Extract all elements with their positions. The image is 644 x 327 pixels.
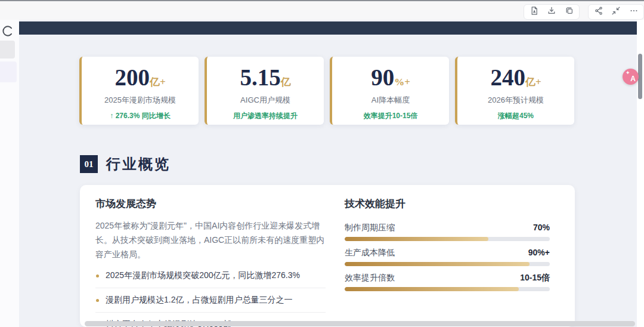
copy-button[interactable] [562, 5, 577, 19]
section-header: 01 行业概览 [80, 155, 171, 174]
stat-value: 90%+ [332, 66, 449, 89]
overview-panel: 市场发展态势 2025年被称为"漫剧元年"，中国AI内容创作行业迎来爆发式增长。… [80, 185, 575, 327]
share-button[interactable] [591, 5, 606, 19]
stat-label: 2026年预计规模 [457, 95, 574, 106]
horizontal-scrollbar-thumb[interactable] [85, 321, 635, 326]
progress-track [345, 287, 550, 291]
list-item: 2025年漫剧市场规模突破200亿元，同比激增276.3% [95, 264, 326, 288]
bullet-dot-icon [96, 274, 99, 277]
download-icon [547, 6, 556, 18]
progress-value: 70% [533, 223, 550, 232]
more-icon [629, 6, 639, 18]
progress-row: 制作周期压缩70% [345, 223, 550, 241]
pdf-export-button[interactable] [527, 5, 542, 19]
download-button[interactable] [544, 5, 559, 19]
top-toolbar [0, 0, 644, 20]
stat-card-users: 5.15亿 AIGC用户规模 用户渗透率持续提升 [205, 57, 324, 125]
progress-row: 生产成本降低90%+ [345, 248, 550, 266]
app-window: 200亿+ 2025年漫剧市场规模 ↑ 276.3% 同比增长 5.15亿 AI… [0, 0, 644, 327]
progress-track [345, 237, 550, 241]
bullet-dot-icon [96, 299, 99, 302]
refresh-icon [1, 29, 14, 39]
stat-value: 200亿+ [82, 66, 199, 89]
stat-card-forecast: 240亿+ 2026年预计规模 涨幅超45% [455, 57, 574, 125]
stat-note: ↑ 276.3% 同比增长 [82, 111, 199, 121]
page-header-band [19, 21, 637, 35]
vertical-scrollbar-track[interactable] [637, 20, 644, 327]
fullscreen-exit-icon [611, 6, 621, 18]
stat-suffix: 亿+ [525, 76, 541, 88]
stat-note: 用户渗透率持续提升 [207, 111, 324, 121]
stat-value: 240亿+ [457, 66, 574, 89]
stat-value: 5.15亿 [207, 66, 324, 89]
section-title: 行业概览 [106, 155, 171, 174]
tech-efficiency-column: 技术效能提升 制作周期压缩70% 生产成本降低90%+ 效率提升倍数10-15倍 [345, 197, 550, 291]
progress-track [345, 262, 550, 266]
market-trend-paragraph: 2025年被称为"漫剧元年"，中国AI内容创作行业迎来爆发式增长。从技术突破到商… [95, 218, 326, 261]
progress-value: 90%+ [528, 248, 550, 257]
progress-bar-group: 制作周期压缩70% 生产成本降低90%+ 效率提升倍数10-15倍 [345, 223, 550, 291]
progress-row: 效率提升倍数10-15倍 [345, 273, 550, 291]
progress-fill [345, 287, 519, 291]
translate-button[interactable]: ✦ A [623, 69, 639, 85]
page-thumbnail[interactable] [0, 41, 15, 58]
progress-label: 生产成本降低 [345, 248, 395, 257]
fullscreen-exit-button[interactable] [608, 5, 624, 19]
stat-label: AI降本幅度 [332, 95, 449, 106]
tech-efficiency-title: 技术效能提升 [345, 197, 550, 211]
refresh-button[interactable] [1, 24, 14, 38]
stat-suffix: 亿 [281, 76, 291, 88]
stat-label: AIGC用户规模 [207, 95, 324, 106]
progress-label: 效率提升倍数 [345, 273, 395, 282]
stat-note: 涨幅超45% [457, 111, 574, 121]
section-number-badge: 01 [80, 155, 98, 173]
vertical-scrollbar-thumb[interactable] [638, 54, 642, 99]
progress-fill [345, 262, 530, 266]
copy-icon [565, 6, 574, 18]
export-tool-group [524, 4, 580, 20]
page-thumbnail[interactable] [0, 61, 17, 82]
stat-label: 2025年漫剧市场规模 [82, 95, 199, 106]
market-bullet-list: 2025年漫剧市场规模突破200亿元，同比激增276.3% 漫剧用户规模达1.2… [95, 264, 326, 327]
list-item: 漫剧用户规模达1.2亿，占微短剧用户总量三分之一 [95, 288, 326, 313]
stat-suffix: %+ [394, 76, 410, 88]
stat-note: 效率提升10-15倍 [332, 111, 449, 121]
pdf-export-icon [530, 6, 539, 18]
market-trend-column: 市场发展态势 2025年被称为"漫剧元年"，中国AI内容创作行业迎来爆发式增长。… [95, 197, 326, 327]
document-canvas: 200亿+ 2025年漫剧市场规模 ↑ 276.3% 同比增长 5.15亿 AI… [19, 20, 644, 327]
market-trend-title: 市场发展态势 [95, 197, 326, 211]
progress-fill [345, 237, 488, 241]
share-icon [594, 6, 603, 18]
stat-card-cost-reduction: 90%+ AI降本幅度 效率提升10-15倍 [330, 57, 449, 125]
progress-value: 10-15倍 [520, 273, 550, 282]
stat-suffix: 亿+ [150, 76, 166, 88]
stat-card-market-size: 200亿+ 2025年漫剧市场规模 ↑ 276.3% 同比增长 [79, 57, 199, 125]
view-tool-group [588, 4, 644, 20]
left-sidebar [0, 20, 19, 327]
stat-cards-row: 200亿+ 2025年漫剧市场规模 ↑ 276.3% 同比增长 5.15亿 AI… [79, 57, 574, 125]
progress-label: 制作周期压缩 [345, 223, 395, 232]
more-button[interactable] [626, 5, 642, 19]
